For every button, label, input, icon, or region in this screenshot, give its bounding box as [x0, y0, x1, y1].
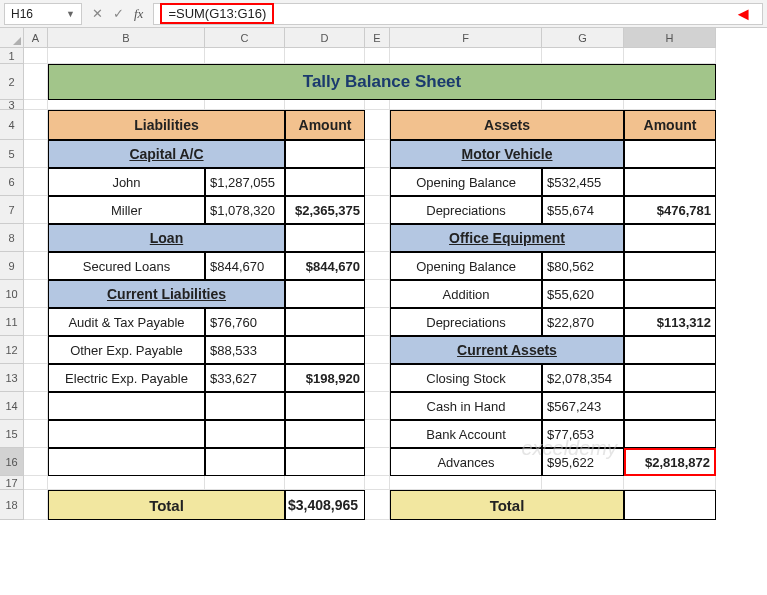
cell-total[interactable]: $113,312: [624, 308, 716, 336]
cell-label[interactable]: Opening Balance: [390, 252, 542, 280]
cell-label[interactable]: Closing Stock: [390, 364, 542, 392]
enter-icon[interactable]: ✓: [113, 6, 124, 22]
cancel-icon[interactable]: ✕: [92, 6, 103, 22]
section-capital[interactable]: Capital A/C: [48, 140, 285, 168]
cell-label[interactable]: Miller: [48, 196, 205, 224]
section-current-assets[interactable]: Current Assets: [390, 336, 624, 364]
row-header[interactable]: 3: [0, 100, 24, 110]
cell-value[interactable]: $55,620: [542, 280, 624, 308]
row-header[interactable]: 11: [0, 308, 24, 336]
cell-value[interactable]: $76,760: [205, 308, 285, 336]
row-header[interactable]: 13: [0, 364, 24, 392]
cell-value[interactable]: $567,243: [542, 392, 624, 420]
cell-label[interactable]: Cash in Hand: [390, 392, 542, 420]
section-current-liabilities[interactable]: Current Liabilities: [48, 280, 285, 308]
cell-value[interactable]: $77,653: [542, 420, 624, 448]
cell-label[interactable]: Secured Loans: [48, 252, 205, 280]
total-label[interactable]: Total: [390, 490, 624, 520]
chevron-down-icon[interactable]: ▼: [66, 9, 75, 19]
fx-icon[interactable]: fx: [134, 6, 143, 22]
cell-value[interactable]: $55,674: [542, 196, 624, 224]
section-loan[interactable]: Loan: [48, 224, 285, 252]
cell-label[interactable]: Addition: [390, 280, 542, 308]
row-header[interactable]: 10: [0, 280, 24, 308]
row-header[interactable]: 1: [0, 48, 24, 64]
active-cell-ref: H16: [11, 7, 33, 21]
cell-value[interactable]: $22,870: [542, 308, 624, 336]
cell-value[interactable]: $95,622: [542, 448, 624, 476]
cell-label[interactable]: Opening Balance: [390, 168, 542, 196]
select-all-corner[interactable]: [0, 28, 24, 48]
cell-value[interactable]: $1,287,055: [205, 168, 285, 196]
cell-total[interactable]: $2,365,375: [285, 196, 365, 224]
cell-label[interactable]: Depreciations: [390, 196, 542, 224]
cell-label[interactable]: Depreciations: [390, 308, 542, 336]
cell-label[interactable]: Audit & Tax Payable: [48, 308, 205, 336]
col-header[interactable]: F: [390, 28, 542, 48]
cell-total[interactable]: $844,670: [285, 252, 365, 280]
name-box[interactable]: H16 ▼: [4, 3, 82, 25]
section-motor[interactable]: Motor Vehicle: [390, 140, 624, 168]
sheet-title[interactable]: Tally Balance Sheet: [48, 64, 716, 100]
formula-input[interactable]: =SUM(G13:G16) ◄: [153, 3, 763, 25]
cell-label[interactable]: Other Exp. Payable: [48, 336, 205, 364]
row-header[interactable]: 4: [0, 110, 24, 140]
amount-header[interactable]: Amount: [285, 110, 365, 140]
row-header[interactable]: 14: [0, 392, 24, 420]
cell-value[interactable]: $844,670: [205, 252, 285, 280]
row-header[interactable]: 7: [0, 196, 24, 224]
liabilities-header[interactable]: Liabilities: [48, 110, 285, 140]
formula-bar: H16 ▼ ✕ ✓ fx =SUM(G13:G16) ◄: [0, 0, 767, 28]
row-header[interactable]: 15: [0, 420, 24, 448]
row-header[interactable]: 12: [0, 336, 24, 364]
row-header[interactable]: 18: [0, 490, 24, 520]
col-header[interactable]: C: [205, 28, 285, 48]
formula-bar-buttons: ✕ ✓ fx: [88, 6, 147, 22]
cell-total[interactable]: $198,920: [285, 364, 365, 392]
amount-header[interactable]: Amount: [624, 110, 716, 140]
assets-header[interactable]: Assets: [390, 110, 624, 140]
col-header[interactable]: H: [624, 28, 716, 48]
cell-value[interactable]: $33,627: [205, 364, 285, 392]
col-header[interactable]: G: [542, 28, 624, 48]
grid-body[interactable]: Tally Balance Sheet LiabilitiesAmountAss…: [24, 48, 767, 520]
cell-label[interactable]: John: [48, 168, 205, 196]
cell-label[interactable]: Bank Account: [390, 420, 542, 448]
cell-label[interactable]: Advances: [390, 448, 542, 476]
section-office[interactable]: Office Equipment: [390, 224, 624, 252]
row-header[interactable]: 16: [0, 448, 24, 476]
col-header[interactable]: D: [285, 28, 365, 48]
row-header[interactable]: 6: [0, 168, 24, 196]
cell-value[interactable]: $1,078,320: [205, 196, 285, 224]
formula-text: =SUM(G13:G16): [160, 3, 274, 24]
arrow-left-icon: ◄: [734, 3, 752, 24]
cell-label[interactable]: Electric Exp. Payable: [48, 364, 205, 392]
col-header[interactable]: A: [24, 28, 48, 48]
row-header[interactable]: 8: [0, 224, 24, 252]
cell-value[interactable]: $80,562: [542, 252, 624, 280]
cell-active-h16[interactable]: $2,818,872: [624, 448, 716, 476]
col-header[interactable]: B: [48, 28, 205, 48]
cell-value[interactable]: $2,078,354: [542, 364, 624, 392]
col-header[interactable]: E: [365, 28, 390, 48]
cell-value[interactable]: $88,533: [205, 336, 285, 364]
row-header[interactable]: 9: [0, 252, 24, 280]
cell-total[interactable]: $476,781: [624, 196, 716, 224]
total-value[interactable]: $3,408,965: [285, 490, 365, 520]
spreadsheet-grid: 1 2 3 4 5 6 7 8 9 10 11 12 13 14 15 16 1…: [0, 28, 767, 520]
row-header[interactable]: 5: [0, 140, 24, 168]
total-label[interactable]: Total: [48, 490, 285, 520]
cell-value[interactable]: $532,455: [542, 168, 624, 196]
row-header[interactable]: 2: [0, 64, 24, 100]
row-header[interactable]: 17: [0, 476, 24, 490]
